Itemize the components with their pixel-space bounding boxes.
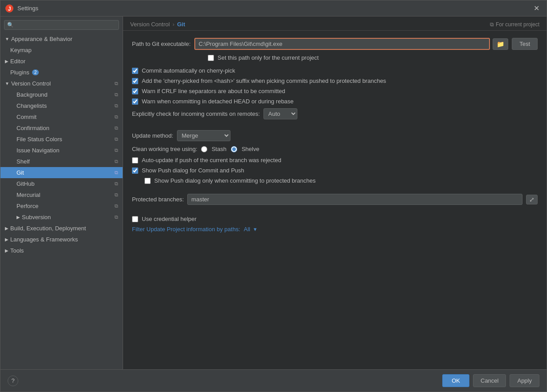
help-button[interactable]: ? <box>8 376 18 386</box>
plugins-badge: 2 <box>32 69 39 75</box>
sidebar-item-mercurial[interactable]: Mercurial ⧉ <box>0 189 123 200</box>
sidebar-item-label: Shelf <box>16 158 30 165</box>
copy-page-icon: ⧉ <box>115 81 118 86</box>
incoming-select[interactable]: Auto Always Never <box>263 108 297 119</box>
sidebar-item-background[interactable]: Background ⧉ <box>0 89 123 100</box>
copy-page-icon: ⧉ <box>115 181 118 187</box>
breadcrumb-part-2: Git <box>177 21 185 28</box>
checkbox-cherry-pick: Commit automatically on cherry-pick <box>132 67 538 74</box>
search-icon: 🔍 <box>7 22 14 28</box>
project-checkbox[interactable] <box>208 55 214 61</box>
sidebar-item-languages[interactable]: ▶ Languages & Frameworks <box>0 234 123 245</box>
sidebar-item-label: Tools <box>10 247 24 254</box>
sidebar-item-label: Subversion <box>22 214 51 220</box>
test-button[interactable]: Test <box>512 38 538 50</box>
close-button[interactable]: ✕ <box>531 3 542 13</box>
protected-input[interactable] <box>187 194 522 205</box>
copy-page-icon: ⧉ <box>115 125 118 131</box>
sidebar-item-changelists[interactable]: Changelists ⧉ <box>0 100 123 111</box>
cherry-pick-label: Commit automatically on cherry-pick <box>142 67 235 74</box>
cherry-suffix-checkbox[interactable] <box>132 78 138 84</box>
cancel-button[interactable]: Cancel <box>473 374 506 387</box>
apply-button[interactable]: Apply <box>510 374 539 387</box>
chevron-right-icon: ▶ <box>16 215 20 220</box>
sidebar-item-label: Perforce <box>16 203 38 209</box>
expand-button[interactable]: ⤢ <box>526 195 538 204</box>
show-push-protected-checkbox[interactable] <box>144 178 151 184</box>
clean-row: Clean working tree using: Stash Shelve <box>132 146 538 152</box>
sidebar-item-label: Background <box>16 91 47 98</box>
ok-button[interactable]: OK <box>442 374 469 387</box>
sidebar-item-appearance[interactable]: ▼ Appearance & Behavior <box>0 33 123 45</box>
sidebar-item-tools[interactable]: ▶ Tools <box>0 245 123 256</box>
cherry-suffix-label: Add the 'cherry-picked from <hash>' suff… <box>142 78 386 84</box>
project-link[interactable]: ⧉ For current project <box>490 21 539 28</box>
incoming-row: Explicitly check for incoming commits on… <box>132 108 538 119</box>
sidebar-item-commit[interactable]: Commit ⧉ <box>0 111 123 122</box>
sidebar-item-github[interactable]: GitHub ⧉ <box>0 178 123 189</box>
sidebar-item-label: Keymap <box>10 47 32 53</box>
filter-label: Filter Update Project information by pat… <box>132 226 240 233</box>
auto-update-label: Auto-update if push of the current branc… <box>142 157 281 163</box>
copy-page-icon: ⧉ <box>115 103 118 109</box>
copy-page-icon: ⧉ <box>115 170 118 176</box>
sidebar-item-label: Commit <box>16 114 37 120</box>
sidebar-item-label: Build, Execution, Deployment <box>10 225 86 232</box>
credential-label: Use credential helper <box>142 216 197 222</box>
path-input[interactable] <box>194 38 490 50</box>
sidebar-item-file-status-colors[interactable]: File Status Colors ⧉ <box>0 134 123 145</box>
credential-row: Use credential helper <box>132 216 538 222</box>
radio-shelve[interactable] <box>231 146 237 152</box>
detached-checkbox[interactable] <box>132 98 138 105</box>
sidebar-item-keymap[interactable]: Keymap <box>0 45 123 56</box>
breadcrumb: Version Control › Git ⧉ For current proj… <box>123 16 547 31</box>
copy-icon: ⧉ <box>490 21 494 28</box>
sidebar-item-git[interactable]: Git ⧉ <box>0 167 123 178</box>
auto-update-checkbox[interactable] <box>132 157 138 163</box>
sidebar-item-shelf[interactable]: Shelf ⧉ <box>0 156 123 167</box>
browse-button[interactable]: 📁 <box>493 38 508 50</box>
sidebar-item-label: Changelists <box>16 102 47 109</box>
window-title: Settings <box>17 5 527 12</box>
copy-page-icon: ⧉ <box>115 192 118 198</box>
radio-stash-label: Stash <box>212 146 226 152</box>
protected-row: Protected branches: ⤢ <box>132 194 538 205</box>
detached-label: Warn when committing in detached HEAD or… <box>142 98 294 105</box>
sidebar-item-confirmation[interactable]: Confirmation ⧉ <box>0 122 123 134</box>
filter-icon[interactable]: ▾ <box>254 226 257 233</box>
search-input[interactable] <box>16 22 116 28</box>
crlf-label: Warn if CRLF line separators are about t… <box>142 88 285 94</box>
update-label: Update method: <box>132 132 173 139</box>
sidebar-item-issue-navigation[interactable]: Issue Navigation ⧉ <box>0 145 123 156</box>
sidebar-item-plugins[interactable]: Plugins 2 <box>0 67 123 78</box>
incoming-label: Explicitly check for incoming commits on… <box>132 110 260 117</box>
sidebar-item-build[interactable]: ▶ Build, Execution, Deployment <box>0 223 123 234</box>
crlf-checkbox[interactable] <box>132 88 138 94</box>
radio-stash[interactable] <box>201 146 207 152</box>
sidebar-item-label: Editor <box>10 58 25 65</box>
update-select[interactable]: Merge Rebase Branch Default <box>177 130 230 141</box>
sidebar-item-subversion[interactable]: ▶ Subversion ⧉ <box>0 212 123 223</box>
project-checkbox-label: Set this path only for the current proje… <box>218 54 319 61</box>
show-push-checkbox[interactable] <box>132 167 138 174</box>
sidebar-item-label: Appearance & Behavior <box>11 36 72 42</box>
bottom-bar: ? OK Cancel Apply <box>0 369 547 392</box>
chevron-down-icon: ▼ <box>5 37 9 41</box>
protected-label: Protected branches: <box>132 196 184 203</box>
chevron-right-icon: ▶ <box>5 226 8 231</box>
sidebar-item-version-control[interactable]: ▼ Version Control ⧉ <box>0 78 123 89</box>
search-box[interactable]: 🔍 <box>4 20 119 30</box>
show-push-row: Show Push dialog for Commit and Push <box>132 167 538 174</box>
sidebar: 🔍 ▼ Appearance & Behavior Keymap ▶ Edito… <box>0 16 123 369</box>
sidebar-item-perforce[interactable]: Perforce ⧉ <box>0 200 123 212</box>
show-push-protected-label: Show Push dialog only when committing to… <box>154 177 316 184</box>
breadcrumb-separator: › <box>173 21 174 28</box>
chevron-right-icon: ▶ <box>5 248 8 253</box>
credential-checkbox[interactable] <box>132 216 138 222</box>
cherry-pick-checkbox[interactable] <box>132 68 138 74</box>
sidebar-item-editor[interactable]: ▶ Editor <box>0 56 123 67</box>
sidebar-item-label: Git <box>16 169 24 176</box>
copy-page-icon: ⧉ <box>115 147 118 153</box>
app-icon: J <box>5 4 14 13</box>
copy-page-icon: ⧉ <box>115 136 118 142</box>
